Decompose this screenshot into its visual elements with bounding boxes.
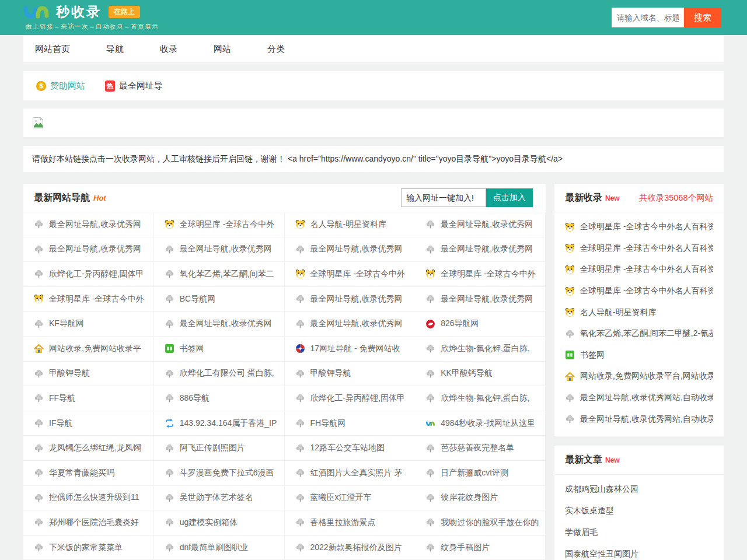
nav-item[interactable]: 网站: [214, 44, 231, 55]
site-link[interactable]: 我吻过你的脸双手放在你的: [415, 510, 546, 536]
tree-icon: [34, 244, 44, 254]
site-link-label: 我吻过你的脸双手放在你的: [441, 517, 539, 528]
site-link[interactable]: 阿飞正传剧照图片: [154, 436, 285, 461]
site-link[interactable]: 书签网: [154, 337, 285, 362]
site-link[interactable]: 全球明星库 -全球古今中外: [415, 262, 546, 287]
site-link[interactable]: 芭莎慈善夜完整名单: [415, 436, 546, 461]
site-link[interactable]: 吴世勋字体艺术签名: [154, 486, 285, 511]
site-link[interactable]: ug建模实例箱体: [154, 510, 285, 536]
site-link[interactable]: 2022新款奥拓报价及图片: [285, 536, 416, 560]
site-link-label: 龙凤镯怎么绑红绳,龙凤镯: [49, 443, 141, 453]
site-link[interactable]: 最全网址导航,收录优秀网: [285, 312, 416, 337]
article-link[interactable]: 成都鸡冠山森林公园: [554, 479, 724, 501]
included-site-link[interactable]: 全球明星库 -全球古今中外名人百科资: [554, 281, 724, 302]
article-link[interactable]: 实木饭桌造型: [554, 501, 724, 522]
site-link[interactable]: FH导航网: [285, 411, 416, 436]
site-link-label: 华夏常青藤能买吗: [49, 468, 114, 478]
main-nav: 网站首页导航收录网站分类: [23, 36, 724, 62]
site-link[interactable]: 欣烨化工有限公司 蛋白胨,: [154, 362, 285, 387]
site-link[interactable]: 红酒图片大全真实照片 茅: [285, 461, 416, 486]
article-link[interactable]: 国泰航空性丑闻图片: [554, 544, 724, 560]
search-button[interactable]: 搜索: [684, 8, 721, 27]
included-site-link[interactable]: 名人导航-明星资料库: [554, 302, 724, 323]
site-link[interactable]: IF导航: [23, 411, 154, 436]
panel-title: 最新收录: [565, 192, 602, 204]
site-link[interactable]: 4984秒收录-找网址从这里: [415, 411, 546, 436]
site-link[interactable]: 886导航: [154, 386, 285, 411]
site-link[interactable]: 纹身手稿图片: [415, 536, 546, 560]
site-link[interactable]: 最全网址导航,收录优秀网: [415, 237, 546, 262]
site-link[interactable]: 最全网址导航,收录优秀网: [285, 237, 416, 262]
site-link[interactable]: 全球明星库 -全球古今中外: [285, 262, 416, 287]
site-link[interactable]: 网站收录,免费网站收录平: [23, 337, 154, 362]
site-link[interactable]: 甲酸钾导航: [23, 362, 154, 387]
site-link[interactable]: 欣烨生物-氟化钾,蛋白胨,: [415, 337, 546, 362]
search-input[interactable]: [612, 8, 684, 27]
join-url-input[interactable]: [401, 188, 486, 207]
tree-icon: [34, 542, 44, 552]
article-link[interactable]: 学做眉毛: [554, 522, 724, 544]
site-link[interactable]: 欣烨化工-异丙醇锂,固体甲: [285, 386, 416, 411]
site-link[interactable]: 最全网址导航,收录优秀网: [415, 212, 546, 237]
site-link[interactable]: 12路车公交车站地图: [285, 436, 416, 461]
site-link[interactable]: 全球明星库 -全球古今中外: [154, 212, 285, 237]
included-site-link[interactable]: 书签网: [554, 345, 724, 366]
site-link[interactable]: 蓝曦臣x江澄开车: [285, 486, 416, 511]
nav-item[interactable]: 分类: [267, 44, 285, 55]
site-link[interactable]: KF导航网: [23, 312, 154, 337]
brand-logo[interactable]: 秒收录 在路上 做上链接→来访一次→自动收录→首页展示: [23, 3, 159, 31]
site-link[interactable]: 最全网址导航,收录优秀网: [415, 287, 546, 312]
site-link[interactable]: 甲酸钾导航: [285, 362, 416, 387]
site-logo-icon: [23, 5, 49, 20]
tree-icon: [34, 517, 44, 527]
nav-item[interactable]: 网站首页: [35, 44, 70, 55]
included-site-link[interactable]: 氧化苯乙烯,苯乙酮,间苯二甲醚,2-氰基: [554, 323, 724, 345]
sponsor-link[interactable]: 赞助网站: [36, 80, 85, 92]
site-link[interactable]: 全球明星库 -全球古今中外: [23, 287, 154, 312]
included-site-link[interactable]: 最全网址导航,收录优秀网站,自动收录: [554, 408, 724, 430]
included-site-link[interactable]: 全球明星库 -全球古今中外名人百科资: [554, 216, 724, 238]
site-link[interactable]: 控偶师怎么快速升级到11: [23, 486, 154, 511]
site-link[interactable]: 日产新骊威cvt评测: [415, 461, 546, 486]
site-link[interactable]: 欣烨化工-异丙醇锂,固体甲: [23, 262, 154, 287]
tree-icon: [34, 319, 44, 329]
site-link[interactable]: 最全网址导航,收录优秀网: [154, 237, 285, 262]
site-link[interactable]: 最全网址导航,收录优秀网: [285, 287, 416, 312]
site-link[interactable]: 最全网址导航,收录优秀网: [154, 312, 285, 337]
included-site-link[interactable]: 全球明星库 -全球古今中外名人百科资: [554, 238, 724, 260]
site-link[interactable]: 华夏常青藤能买吗: [23, 461, 154, 486]
nav-item[interactable]: 导航: [106, 44, 124, 55]
nav-item[interactable]: 收录: [160, 44, 177, 55]
site-link[interactable]: 香格里拉旅游景点: [285, 510, 416, 536]
site-link[interactable]: 名人导航-明星资料库: [285, 212, 416, 237]
site-link[interactable]: 氧化苯乙烯,苯乙酮,间苯二: [154, 262, 285, 287]
site-link[interactable]: BC导航网: [154, 287, 285, 312]
latest-included-header: 最新收录 New 共收录35068个网站: [554, 184, 724, 212]
site-link[interactable]: 龙凤镯怎么绑红绳,龙凤镯: [23, 436, 154, 461]
site-link[interactable]: 彼岸花纹身图片: [415, 486, 546, 511]
site-link[interactable]: 郑州哪个医院治毛囊炎好: [23, 510, 154, 536]
join-button[interactable]: 点击加入: [486, 188, 533, 207]
site-link[interactable]: KK甲酸钙导航: [415, 362, 546, 387]
tiger-icon: [565, 265, 575, 275]
site-link[interactable]: 143.92.34.164属于香港_IP: [154, 411, 285, 436]
site-link[interactable]: 下米饭的家常菜菜单: [23, 536, 154, 560]
included-site-link[interactable]: 最全网址导航,收录优秀网站,自动收录: [554, 387, 724, 409]
status-badge: 在路上: [109, 6, 140, 18]
tree-icon: [295, 542, 305, 552]
site-link[interactable]: FF导航: [23, 386, 154, 411]
site-link[interactable]: 826导航网: [415, 312, 546, 337]
site-link[interactable]: 最全网址导航,收录优秀网: [23, 212, 154, 237]
included-site-link[interactable]: 网站收录,免费网站收录平台,网站收录: [554, 366, 724, 387]
tree-icon: [425, 244, 435, 254]
included-site-link[interactable]: 全球明星库 -全球古今中外名人百科资: [554, 259, 724, 281]
tree-icon: [565, 414, 575, 424]
site-link[interactable]: 最全网址导航,收录优秀网: [23, 237, 154, 262]
site-link[interactable]: dnf最简单刷图职业: [154, 536, 285, 560]
site-link[interactable]: 斗罗漫画免费下拉式6漫画: [154, 461, 285, 486]
site-link[interactable]: 17网址导航 - 免费网站收: [285, 337, 416, 362]
tree-icon: [295, 244, 305, 254]
site-link[interactable]: 欣烨生物-氟化钾,蛋白胨,: [415, 386, 546, 411]
hot-site-link[interactable]: 热 最全网址导: [105, 80, 163, 92]
notice-text: 请做好本站链接点击一次收录网站，人工审核链接后开启回链，谢谢！ <a href=…: [32, 154, 563, 164]
